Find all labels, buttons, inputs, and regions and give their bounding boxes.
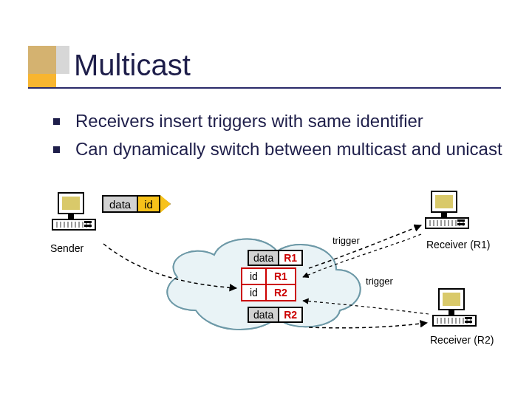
data-cell: data bbox=[248, 250, 279, 266]
packet-tag: data id bbox=[102, 195, 171, 213]
trigger-r-cell: R1 bbox=[266, 268, 296, 284]
r2-cell: R2 bbox=[279, 307, 303, 323]
data-r1-tag: data R1 bbox=[248, 250, 303, 266]
slide-title: Multicast bbox=[74, 49, 191, 82]
trigger-label-1: trigger bbox=[332, 235, 360, 246]
data-r2-tag: data R2 bbox=[248, 307, 303, 323]
title-underline bbox=[28, 87, 501, 89]
trigger-label-2: trigger bbox=[366, 276, 393, 287]
data-cell: data bbox=[248, 307, 279, 323]
receiver1-computer-icon bbox=[425, 191, 469, 232]
trigger-r-cell: R2 bbox=[266, 284, 296, 301]
receiver2-computer-icon bbox=[432, 288, 477, 330]
receiver2-label: Receiver (R2) bbox=[430, 334, 494, 346]
bullet-item: Receivers insert triggers with same iden… bbox=[50, 109, 517, 133]
sender-computer-icon bbox=[52, 192, 96, 233]
trigger-id-cell: id bbox=[242, 268, 266, 284]
sender-label: Sender bbox=[50, 242, 83, 254]
diagram: Sender data id Receiver (R1) Receiver (R… bbox=[22, 192, 517, 384]
bullet-list: Receivers insert triggers with same iden… bbox=[50, 109, 517, 166]
packet-id-cell: id bbox=[138, 195, 160, 213]
receiver1-label: Receiver (R1) bbox=[426, 239, 490, 250]
bullet-item: Can dynamically switch between multicast… bbox=[50, 137, 517, 161]
title-accent-grey bbox=[28, 46, 69, 74]
packet-data-cell: data bbox=[102, 195, 138, 213]
trigger-id-cell: id bbox=[242, 284, 266, 301]
table-row: id R2 bbox=[242, 284, 296, 301]
table-row: id R1 bbox=[242, 268, 296, 284]
arrow-tip-icon bbox=[160, 195, 171, 213]
r1-cell: R1 bbox=[279, 250, 303, 266]
trigger-table: id R1 id R2 bbox=[241, 267, 296, 301]
